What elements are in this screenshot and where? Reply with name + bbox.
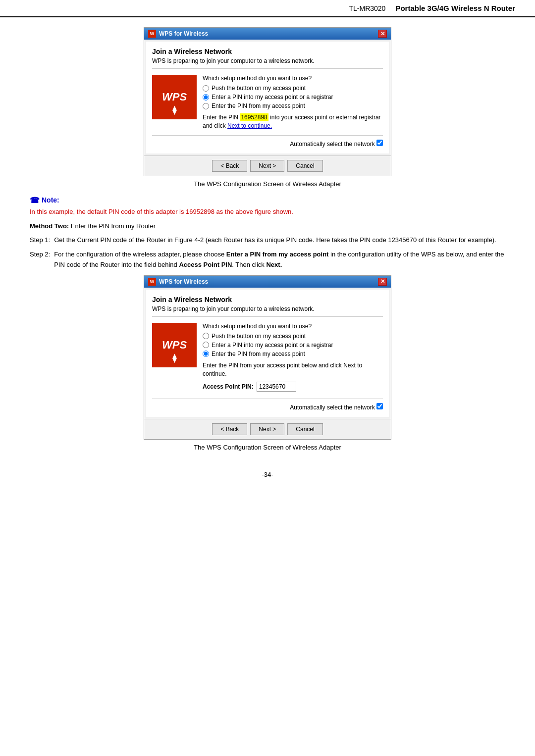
dialog1-options: Which setup method do you want to use? P… [203,75,383,130]
dialog1-close-btn[interactable]: ✕ [378,30,387,38]
step2-bold3: Next. [266,261,282,268]
dialog1-question: Which setup method do you want to use? [203,75,383,82]
dialog1-option3-label: Enter the PIN from my access point [212,102,305,109]
dialog2-caption: The WPS Configuration Screen of Wireless… [30,444,505,451]
dialog1-option2-row: Enter a PIN into my access point or a re… [203,94,383,101]
step1-item: Step 1: Get the Current PIN code of the … [30,235,505,246]
ap-pin-label: Access Point PIN: [203,383,254,390]
dialog1-option1-label: Push the button on my access point [212,85,306,92]
dialog2-options: Which setup method do you want to use? P… [203,323,383,394]
dialog2-option2-label: Enter a PIN into my access point or a re… [212,342,333,349]
dialog1-subtitle: WPS is preparing to join your computer t… [152,57,383,69]
dialog2-pin-instruction: Enter the PIN from your access point bel… [203,361,383,378]
note-section: ☎ Note: In this example, the default PIN… [30,196,505,215]
dialog2-auto-select: Automatically select the network [152,399,383,411]
dialog2-radio1[interactable] [203,333,209,339]
dialog1-option3-row: Enter the PIN from my access point [203,102,383,109]
dialog2-close-btn[interactable]: ✕ [378,278,387,286]
dialog2-wps-logo: WPS ⧫ [152,323,197,367]
note-phone-icon: ☎ [30,196,40,205]
dialog2-cancel-btn[interactable]: Cancel [287,423,322,435]
step1-label: Step 1: [30,235,50,246]
dialog2-wps-small-icon: W [148,278,156,286]
dialog1-join-title: Join a Wireless Network [152,48,383,55]
dialog2-radio3[interactable] [203,351,209,357]
dialog2-auto-select-checkbox[interactable] [376,403,383,409]
dialog1-title: WPS for Wireless [159,30,208,37]
dialog2-content-row: WPS ⧫ Which setup method do you want to … [152,323,383,394]
dialog1-body: Join a Wireless Network WPS is preparing… [146,42,389,153]
dialog1-next-btn[interactable]: Next > [250,160,284,172]
model-number: TL-MR3020 [349,4,385,12]
wps-logo: WPS ⧫ [152,75,197,119]
ap-pin-input[interactable] [257,382,296,392]
dialog2-titlebar-left: W WPS for Wireless [148,278,208,286]
dialog2-auto-select-label: Automatically select the network [290,404,374,411]
dialog1-radio2[interactable] [203,94,209,101]
wps-chevron-icon: ⧫ [172,104,177,115]
step2-text1: For the configuration of the wireless ad… [54,251,226,258]
step2-text: For the configuration of the wireless ad… [54,250,505,270]
step1-text: Get the Current PIN code of the Router i… [54,235,505,246]
dialog1-content-row: WPS ⧫ Which setup method do you want to … [152,75,383,130]
wps-dialog-2: W WPS for Wireless ✕ Join a Wireless Net… [144,275,391,440]
page-header: TL-MR3020 Portable 3G/4G Wireless N Rout… [0,0,535,17]
step2-label: Step 2: [30,250,50,270]
page-footer: -34- [0,471,535,488]
dialog1-cancel-btn[interactable]: Cancel [287,160,322,172]
page-number: -34- [262,471,273,478]
dialog2-option3-row: Enter the PIN from my access point [203,351,383,357]
step2-item: Step 2: For the configuration of the wir… [30,250,505,270]
dialog1-radio3[interactable] [203,103,209,109]
dialog2-titlebar: W WPS for Wireless ✕ [144,276,391,288]
note-label: Note: [42,196,59,204]
note-text: In this example, the default PIN code of… [30,208,505,215]
note-header: ☎ Note: [30,196,505,205]
auto-select-label: Automatically select the network [290,141,374,148]
dialog2-next-btn[interactable]: Next > [250,423,284,435]
pin-highlight: 16952898 [240,113,268,121]
ap-pin-row: Access Point PIN: [203,382,383,392]
dialog2-option3-label: Enter the PIN from my access point [212,351,305,357]
dialog1-titlebar: W WPS for Wireless ✕ [144,28,391,40]
wps-small-icon: W [148,30,156,38]
dialog1-footer: < Back Next > Cancel [144,155,391,176]
product-title: Portable 3G/4G Wireless N Router [395,4,515,12]
dialog1-auto-select: Automatically select the network [152,135,383,148]
dialog2-wps-logo-text: WPS [162,339,187,352]
wps-dialog-1: W WPS for Wireless ✕ Join a Wireless Net… [144,27,391,176]
step2-bold2: Access Point PIN [179,261,232,268]
page-container: TL-MR3020 Portable 3G/4G Wireless N Rout… [0,0,535,756]
step2-text3: . Then click [232,261,266,268]
titlebar-left: W WPS for Wireless [148,30,208,38]
dialog1-option1-row: Push the button on my access point [203,85,383,92]
dialog2-back-btn[interactable]: < Back [212,423,247,435]
dialog1-back-btn[interactable]: < Back [212,160,247,172]
dialog2-option1-label: Push the button on my access point [212,333,306,340]
dialog2-body: Join a Wireless Network WPS is preparing… [146,290,389,417]
dialog2-radio2[interactable] [203,342,209,348]
dialog1-radio1[interactable] [203,85,209,92]
dialog2-chevron-icon: ⧫ [172,353,177,363]
auto-select-checkbox[interactable] [376,140,383,146]
dialog2-footer: < Back Next > Cancel [144,419,391,439]
dialog2-option2-row: Enter a PIN into my access point or a re… [203,342,383,349]
dialog1-pin-text: Enter the PIN 16952898 into your access … [203,113,383,130]
method-two-heading: Method Two: Enter the PIN from my Router [30,221,505,232]
wps-logo-text: WPS [162,91,187,103]
dialog1-option2-label: Enter a PIN into my access point or a re… [212,94,333,101]
dialog2-join-title: Join a Wireless Network [152,296,383,303]
dialog2-option1-row: Push the button on my access point [203,333,383,340]
step2-bold1: Enter a PIN from my access point [226,251,329,258]
method-two-label: Method Two: [30,222,69,230]
pin-link: Next to continue. [227,122,272,129]
dialog2-question: Which setup method do you want to use? [203,323,383,330]
dialog1-caption: The WPS Configuration Screen of Wireless… [30,180,505,188]
dialog2-subtitle: WPS is preparing to join your computer t… [152,305,383,317]
method-two-description: Enter the PIN from my Router [71,222,156,230]
dialog2-title: WPS for Wireless [159,278,208,285]
pin-text-before: Enter the PIN [203,114,238,121]
main-content: W WPS for Wireless ✕ Join a Wireless Net… [0,27,535,451]
